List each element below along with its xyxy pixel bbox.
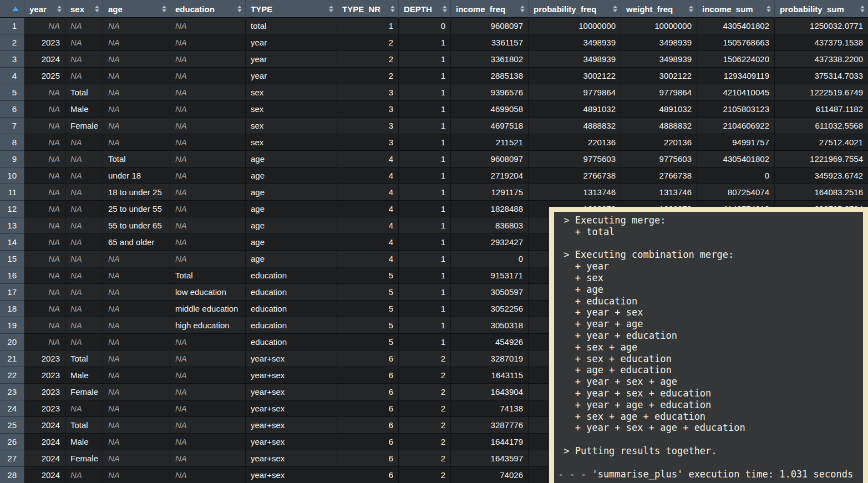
cell-TYPE_NR: 6 <box>337 434 399 450</box>
cell-DEPTH: 2 <box>399 400 451 417</box>
cell-age: NA <box>103 267 170 284</box>
cell-age: NA <box>103 34 170 51</box>
cell-year: 2024 <box>24 51 65 68</box>
row-number-column-header[interactable] <box>0 0 24 18</box>
cell-sex: NA <box>65 234 103 251</box>
cell-TYPE: age <box>246 251 337 267</box>
cell-DEPTH: 2 <box>399 434 451 450</box>
cell-TYPE: year+sex <box>246 400 337 417</box>
column-label: sex <box>70 4 84 14</box>
cell-TYPE: year <box>246 51 337 68</box>
cell-DEPTH: 1 <box>399 317 451 334</box>
cell-year: NA <box>24 118 65 134</box>
cell-year: NA <box>24 267 65 284</box>
column-header-income_sum[interactable]: income_sum <box>697 0 775 18</box>
cell-TYPE_NR: 4 <box>337 234 399 251</box>
cell-income_freq: 2932427 <box>451 234 529 251</box>
cell-weight_freq: 9775603 <box>621 151 697 167</box>
column-header-probability_sum[interactable]: probability_sum <box>775 0 868 18</box>
console-overlay[interactable]: > Executing merge: + total > Executing c… <box>549 207 868 483</box>
cell-sex: NA <box>65 334 103 350</box>
cell-TYPE_NR: 6 <box>337 450 399 467</box>
column-header-age[interactable]: age <box>103 0 170 18</box>
cell-year: NA <box>24 234 65 251</box>
cell-income_sum: 94991757 <box>697 134 775 151</box>
sort-arrows-icon <box>92 6 99 12</box>
cell-income_freq: 1644179 <box>451 434 529 450</box>
cell-age: NA <box>103 18 170 34</box>
column-header-sex[interactable]: sex <box>65 0 103 18</box>
cell-age: 55 to under 65 <box>103 217 170 234</box>
column-header-DEPTH[interactable]: DEPTH <box>399 0 451 18</box>
table-row: 1NANANANAtotal10960809710000000100000004… <box>0 18 868 34</box>
sort-arrows-icon <box>610 6 617 12</box>
column-header-education[interactable]: education <box>170 0 246 18</box>
cell-sex: NA <box>65 267 103 284</box>
cell-TYPE_NR: 2 <box>337 51 399 68</box>
row-number: 4 <box>0 68 24 84</box>
cell-probability_sum: 1250032.0771 <box>775 18 868 34</box>
cell-sex: NA <box>65 301 103 317</box>
cell-age: NA <box>103 350 170 367</box>
row-number: 20 <box>0 334 24 350</box>
column-header-probability_freq[interactable]: probability_freq <box>529 0 621 18</box>
cell-year: NA <box>24 334 65 350</box>
cell-TYPE_NR: 2 <box>337 34 399 51</box>
cell-TYPE: year+sex <box>246 417 337 434</box>
cell-probability_freq: 3498939 <box>529 51 621 68</box>
column-header-TYPE_NR[interactable]: TYPE_NR <box>337 0 399 18</box>
cell-education: NA <box>170 450 246 467</box>
column-label: income_sum <box>702 4 753 14</box>
cell-education: NA <box>170 350 246 367</box>
cell-TYPE: education <box>246 301 337 317</box>
column-header-TYPE[interactable]: TYPE <box>246 0 337 18</box>
cell-education: middle education <box>170 301 246 317</box>
cell-weight_freq: 3002122 <box>621 68 697 84</box>
column-header-income_freq[interactable]: income_freq <box>451 0 529 18</box>
cell-probability_sum: 27512.4021 <box>775 134 868 151</box>
cell-sex: Female <box>65 384 103 400</box>
cell-TYPE: education <box>246 334 337 350</box>
cell-age: NA <box>103 251 170 267</box>
cell-sex: Female <box>65 118 103 134</box>
column-label: age <box>108 4 123 14</box>
cell-year: NA <box>24 201 65 217</box>
cell-weight_freq: 3498939 <box>621 34 697 51</box>
cell-TYPE_NR: 6 <box>337 400 399 417</box>
cell-age: under 18 <box>103 167 170 184</box>
row-number: 9 <box>0 151 24 167</box>
cell-TYPE_NR: 4 <box>337 167 399 184</box>
cell-probability_sum: 164083.2516 <box>775 184 868 201</box>
cell-weight_freq: 3498939 <box>621 51 697 68</box>
row-number: 19 <box>0 317 24 334</box>
cell-TYPE_NR: 5 <box>337 267 399 284</box>
cell-income_sum: 1505768663 <box>697 34 775 51</box>
cell-probability_sum: 345923.6742 <box>775 167 868 184</box>
sort-arrows-icon <box>857 6 865 12</box>
cell-education: NA <box>170 467 246 483</box>
column-header-weight_freq[interactable]: weight_freq <box>621 0 697 18</box>
column-header-year[interactable]: year <box>24 0 65 18</box>
cell-weight_freq: 10000000 <box>621 18 697 34</box>
cell-age: NA <box>103 434 170 450</box>
cell-year: NA <box>24 134 65 151</box>
cell-probability_freq: 1313746 <box>529 184 621 201</box>
row-number: 11 <box>0 184 24 201</box>
cell-DEPTH: 1 <box>399 51 451 68</box>
cell-income_freq: 1643597 <box>451 450 529 467</box>
cell-sex: NA <box>65 217 103 234</box>
cell-DEPTH: 1 <box>399 217 451 234</box>
cell-education: NA <box>170 367 246 384</box>
cell-age: 25 to under 55 <box>103 201 170 217</box>
row-number: 27 <box>0 450 24 467</box>
cell-weight_freq: 2766738 <box>621 167 697 184</box>
row-number: 10 <box>0 167 24 184</box>
cell-education: NA <box>170 217 246 234</box>
cell-TYPE: education <box>246 284 337 301</box>
cell-income_freq: 211521 <box>451 134 529 151</box>
cell-TYPE: year+sex <box>246 367 337 384</box>
cell-age: NA <box>103 384 170 400</box>
cell-education: NA <box>170 417 246 434</box>
column-label: year <box>29 4 47 14</box>
sort-arrows-icon <box>54 6 62 12</box>
